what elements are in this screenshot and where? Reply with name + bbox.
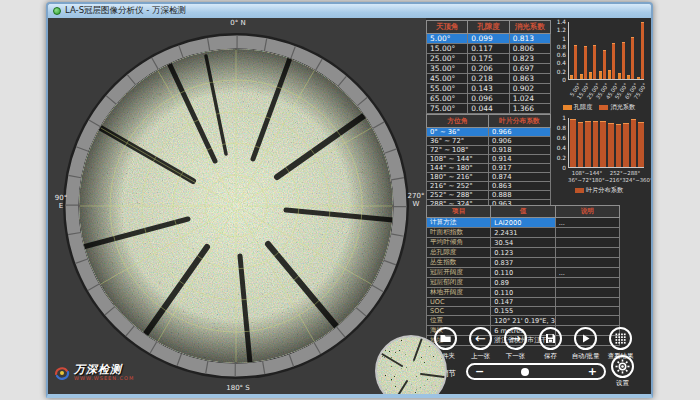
column-header: 天顶角 [427,21,468,34]
save-icon [539,327,562,350]
auto-batch-button[interactable]: 自动/批量 [568,327,603,361]
x-tick-label: 252°~288° [610,170,641,176]
column-header: 消光系数 [509,21,550,34]
title-bar[interactable]: LA-S冠层图像分析仪 - 万深检测 [48,4,651,18]
y-tick-label: 1.2 [554,27,566,33]
table-row[interactable]: 丛生指数0.837 [427,258,620,268]
bar [608,123,614,167]
column-header: 值 [491,206,555,218]
brand-logo: 万深检测 WWW.WSEEN.COM [54,364,134,381]
bar [584,46,587,79]
x-tick-label: 180°~216° [592,177,623,183]
bar [603,50,606,79]
compass-label-west: 270°W [404,192,428,208]
bar [589,72,592,79]
y-tick-label: 0.2 [554,69,566,75]
bar [616,124,622,167]
table-row[interactable]: SOC0.155 [427,307,620,316]
slider-minus[interactable]: − [475,365,484,378]
bar [600,121,606,167]
settings-button[interactable]: 设置 [611,355,634,388]
bar [641,22,644,79]
gear-icon [611,355,634,378]
segmentation-slider[interactable]: − + [466,363,606,380]
bar [623,123,629,167]
table-row[interactable]: 180° ~ 216°0.874 [427,173,551,182]
bar [580,74,583,79]
table-row[interactable]: 75.00°0.0441.366 [427,104,551,114]
x-tick-label: 36°~72° [568,177,592,183]
slider-row: 分割调节 − + [426,361,648,395]
bar [631,37,634,79]
table-row[interactable]: 0° ~ 36°0.966 [427,128,551,137]
table-row[interactable]: 计算方法LAI2000... [427,218,620,228]
bar [622,42,625,79]
table-row[interactable]: 36° ~ 72°0.906 [427,137,551,146]
table-row[interactable]: 108° ~ 144°0.914 [427,155,551,164]
y-tick-label: 0.4 [554,145,566,151]
bar [599,71,602,80]
button-label: 下一张 [506,352,525,361]
table-row[interactable]: 252° ~ 288°0.888 [427,191,551,200]
zenith-table: 天顶角孔隙度消光系数5.00°0.0990.81315.00°0.1170.80… [426,20,551,114]
table-row[interactable]: UOC0.147 [427,298,620,307]
table-row[interactable]: 林地开阔度0.110 [427,288,620,298]
brand-name: 万深检测 [74,364,134,375]
column-header: 方位角 [427,115,489,128]
column-header: 孔隙度 [468,21,509,34]
table-row[interactable]: 15.00°0.1170.806 [427,44,551,54]
table-row[interactable]: 平均叶倾角30.54 [427,238,620,248]
table-row[interactable]: 冠层郁闭度0.89 [427,278,620,288]
previous-button[interactable]: ←上一张 [463,327,498,361]
preview-thumbnail[interactable] [374,334,448,398]
bar [574,45,577,79]
table-row[interactable]: 144° ~ 180°0.917 [427,164,551,173]
table-row[interactable]: 叶面积指数2.2431 [427,228,620,238]
x-tick-label: 108°~144° [572,170,603,176]
y-tick-label: 0.2 [554,155,566,161]
save-button[interactable]: 保存 [533,327,568,361]
table-row[interactable]: 45.00°0.2180.863 [427,74,551,84]
y-tick-label: 0 [554,77,566,83]
table-row[interactable]: 冠层开阔度0.110... [427,268,620,278]
y-tick-label: 1 [554,36,566,42]
y-tick-label: 0.6 [554,52,566,58]
bar [593,121,599,167]
button-label: 自动/批量 [572,352,600,361]
y-tick-label: 0 [554,165,566,171]
bar [637,77,640,79]
next-button[interactable]: →下一张 [498,327,533,361]
toolbar: 文件夹←上一张→下一张保存自动/批量查看结果 [428,327,638,361]
x-tick-label: 324°~360° [622,177,653,183]
brand-site: WWW.WSEEN.COM [74,375,134,381]
table-row[interactable]: 216° ~ 252°0.863 [427,182,551,191]
azimuth-table: 方位角叶片分布系数0° ~ 36°0.96636° ~ 72°0.90672° … [426,114,551,218]
legend-item: 叶片分布系数 [575,186,623,195]
table-row[interactable]: 位置120° 21' 0.19"E, 30° 16' 52.55"N [427,316,620,326]
settings-label: 设置 [616,379,629,388]
bar [570,119,576,167]
slider-plus[interactable]: + [588,365,597,378]
y-tick-label: 1 [554,115,566,121]
compass-label-east: 90°E [50,194,72,210]
window-title: LA-S冠层图像分析仪 - 万深检测 [65,5,186,17]
table-row[interactable]: 25.00°0.1750.823 [427,54,551,64]
y-tick-label: 0.8 [554,44,566,50]
bar [618,73,621,79]
table-row[interactable]: 55.00°0.1430.902 [427,84,551,94]
table-row[interactable]: 35.00°0.2060.697 [427,64,551,74]
table-row[interactable]: 总孔隙度0.123 [427,248,620,258]
image-panel: 0° N 180° S 90°E 270°W 万深检测 WWW.WSEEN.CO… [48,18,426,396]
slider-knob[interactable] [521,368,529,376]
bar [631,119,637,167]
bar [593,45,596,79]
window-content: 0° N 180° S 90°E 270°W 万深检测 WWW.WSEEN.CO… [48,18,651,396]
table-row[interactable]: 5.00°0.0990.813 [427,34,551,44]
table-row[interactable]: 72° ~ 108°0.918 [427,146,551,155]
grid-icon [609,327,632,350]
button-label: 保存 [544,352,557,361]
app-icon [53,7,61,15]
table-row[interactable]: 65.00°0.0961.024 [427,94,551,104]
compass-label-north: 0° N [218,19,258,27]
canopy-fisheye-image [56,26,416,386]
